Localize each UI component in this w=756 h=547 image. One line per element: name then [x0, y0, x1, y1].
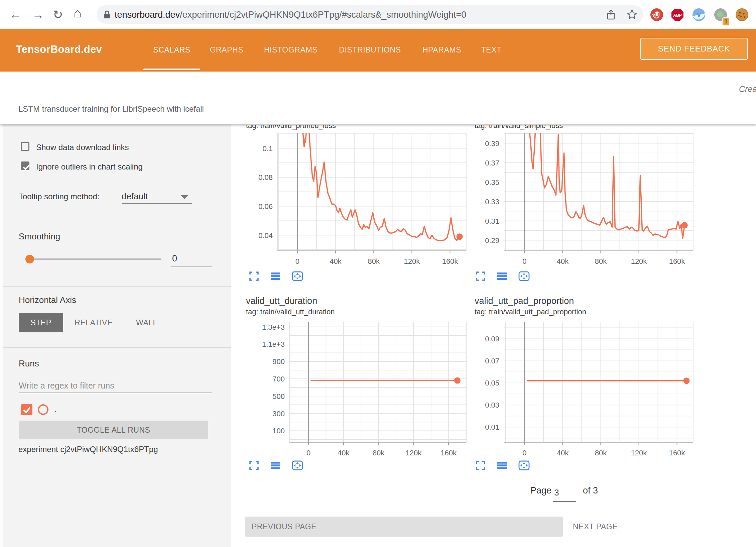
chart4-plot[interactable]: 040k80k120k160k0.090.070.050.030.01 [459, 322, 698, 459]
smoothing-value-underline [171, 266, 212, 267]
svg-text:40k: 40k [338, 449, 350, 457]
page-label: Page [530, 485, 551, 496]
smoothing-slider-track[interactable] [26, 258, 161, 260]
svg-text:120k: 120k [631, 449, 647, 457]
run-name: . [54, 404, 57, 414]
svg-text:160k: 160k [440, 449, 457, 457]
svg-text:0.31: 0.31 [485, 217, 499, 225]
run-color-swatch [38, 404, 48, 415]
tab-graphs[interactable]: GRAPHS [210, 45, 244, 54]
chart3-title: valid_utt_duration [246, 296, 317, 306]
svg-text:80k: 80k [368, 257, 380, 265]
page-number-input[interactable] [552, 487, 576, 498]
lock-icon [103, 10, 111, 19]
svg-text:40k: 40k [330, 257, 342, 265]
chart1-plot[interactable]: 040k80k120k160k0.10.080.060.04 [232, 133, 471, 268]
expand-card-icon[interactable] [292, 271, 303, 283]
chart4-toolbar [476, 460, 530, 472]
axis-wall-button[interactable]: WALL [131, 313, 162, 332]
chart3-toolbar [249, 460, 303, 472]
svg-text:0: 0 [522, 257, 526, 265]
chart3-tag: tag: train/valid_utt_duration [246, 308, 335, 316]
next-page-button[interactable]: NEXT PAGE [573, 522, 618, 531]
active-tab-underline [143, 69, 200, 70]
divider [3, 347, 231, 348]
page-input-underline [553, 501, 576, 502]
show-download-checkbox[interactable] [21, 142, 29, 151]
send-feedback-button[interactable]: SEND FEEDBACK [640, 38, 748, 60]
svg-text:ABP: ABP [673, 13, 681, 18]
page-number-field [552, 487, 576, 498]
svg-text:0.08: 0.08 [258, 173, 273, 182]
forward-icon[interactable]: → [32, 8, 44, 21]
divider [3, 286, 231, 287]
svg-text:0.07: 0.07 [485, 357, 499, 365]
tab-histograms[interactable]: HISTOGRAMS [264, 45, 318, 54]
svg-text:0: 0 [306, 449, 310, 457]
chart1-toolbar [249, 271, 303, 283]
reload-icon[interactable]: ↻ [53, 8, 63, 21]
address-bar[interactable]: tensorboard.dev/experiment/cj2vtPiwQHKN9… [97, 5, 643, 24]
chart4-title: valid_utt_pad_proportion [475, 296, 574, 306]
svg-text:1.1e+3: 1.1e+3 [262, 340, 285, 348]
runs-filter-input[interactable] [19, 378, 212, 393]
axis-relative-button[interactable]: RELATIVE [71, 313, 116, 332]
tooltip-sorting-underline [122, 203, 192, 204]
previous-page-button[interactable]: PREVIOUS PAGE [245, 517, 563, 537]
share-icon[interactable] [606, 9, 616, 20]
settings-sidebar: Show data download links Ignore outliers… [0, 124, 231, 547]
svg-text:500: 500 [272, 392, 285, 401]
experiment-subheader: Crea LSTM transducer training for LibriS… [0, 72, 756, 124]
ignore-outliers-checkbox[interactable] [21, 161, 29, 170]
fit-data-icon[interactable] [249, 271, 259, 283]
fit-data-icon[interactable] [249, 460, 259, 472]
svg-text:0.33: 0.33 [485, 198, 499, 206]
svg-text:0.05: 0.05 [485, 379, 499, 387]
back-icon[interactable]: ← [9, 8, 21, 21]
axis-step-button[interactable]: STEP [19, 313, 63, 332]
svg-text:0.09: 0.09 [485, 335, 499, 343]
home-icon[interactable]: ⌂ [74, 6, 82, 19]
bookmark-star-icon[interactable] [627, 9, 637, 20]
data-list-icon[interactable] [497, 271, 507, 283]
experiment-title: LSTM transducer training for LibriSpeech… [18, 104, 204, 114]
svg-text:0.1: 0.1 [262, 144, 273, 153]
created-text-partial: Crea [739, 84, 756, 94]
page-of-label: of 3 [583, 485, 598, 496]
tab-scalars[interactable]: SCALARS [153, 45, 191, 54]
expand-card-icon[interactable] [518, 271, 530, 283]
svg-text:1.3e+3: 1.3e+3 [262, 323, 285, 331]
tab-hparams[interactable]: HPARAMS [422, 45, 461, 54]
chevron-down-icon[interactable] [181, 195, 188, 199]
expand-card-icon[interactable] [518, 460, 530, 472]
expand-card-icon[interactable] [292, 460, 303, 472]
data-list-icon[interactable] [270, 460, 280, 472]
runs-label: Runs [19, 358, 39, 369]
cookie-icon[interactable] [735, 8, 749, 21]
svg-text:0.03: 0.03 [485, 401, 499, 409]
horizontal-axis-label: Horizontal Axis [19, 295, 76, 305]
experiment-id-text: experiment cj2vtPiwQHKN9Q1tx6PTpg [18, 445, 158, 454]
tensorboard-header: TensorBoard.dev SCALARS GRAPHS HISTOGRAM… [0, 29, 756, 72]
fit-data-icon[interactable] [476, 460, 486, 472]
adblock-hand-icon[interactable] [650, 8, 663, 21]
run-checkbox[interactable] [21, 404, 32, 415]
chart1-tag-cutoff: tag: train/valid_pruned_loss [246, 125, 406, 131]
svg-text:0.01: 0.01 [485, 423, 499, 431]
svg-text:900: 900 [272, 357, 285, 366]
toggle-all-runs-button[interactable]: TOGGLE ALL RUNS [19, 421, 208, 439]
smoothing-value[interactable]: 0 [172, 253, 177, 264]
chart2-plot[interactable]: 040k80k120k160k0.390.370.350.330.310.29 [459, 133, 698, 268]
tab-distributions[interactable]: DISTRIBUTIONS [339, 45, 401, 54]
brand-logo[interactable]: TensorBoard.dev [16, 43, 102, 56]
smoothing-slider-knob[interactable] [25, 255, 34, 263]
data-list-icon[interactable] [270, 271, 280, 283]
fit-data-icon[interactable] [476, 271, 486, 283]
v-extension-icon[interactable]: V [692, 8, 706, 21]
svg-text:0.37: 0.37 [485, 159, 499, 167]
svg-text:160k: 160k [669, 257, 685, 265]
chart3-plot[interactable]: 040k80k120k160k1.3e+31.1e+39007005003001… [244, 322, 471, 459]
abp-icon[interactable]: ABP [671, 8, 684, 21]
data-list-icon[interactable] [497, 460, 507, 472]
tab-text[interactable]: TEXT [481, 45, 501, 54]
